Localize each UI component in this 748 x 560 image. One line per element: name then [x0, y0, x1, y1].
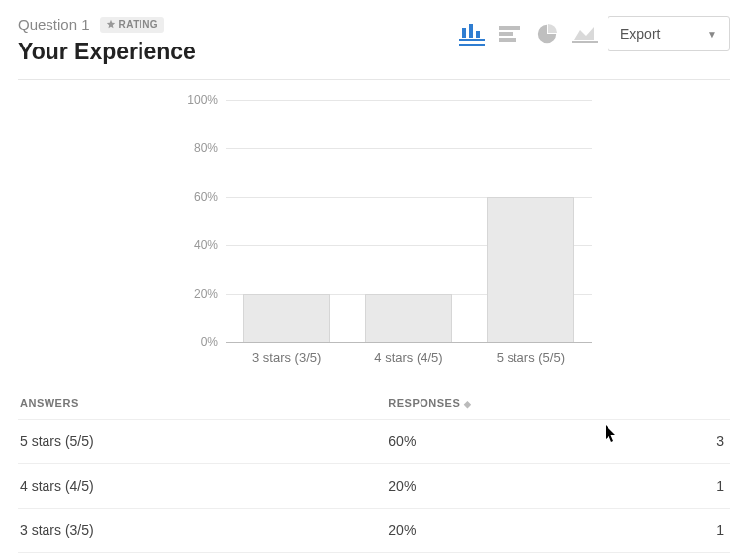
- percent-cell: 60%: [388, 433, 586, 449]
- svg-rect-1: [462, 28, 466, 38]
- col-answers-header[interactable]: ANSWERS: [20, 397, 388, 409]
- pie-chart-icon[interactable]: [536, 23, 558, 45]
- y-tick-label: 0%: [166, 335, 218, 349]
- x-tick-label: 4 stars (4/5): [359, 350, 458, 365]
- question-title: Your Experience: [18, 39, 196, 65]
- y-tick-label: 80%: [166, 141, 218, 155]
- y-tick-label: 60%: [166, 190, 218, 204]
- bar-chart: 0%20%40%60%80%100% 3 stars (3/5)4 stars …: [166, 100, 592, 365]
- count-cell: 3: [587, 433, 728, 449]
- question-header: Question 1 RATING Your Experience: [18, 16, 730, 80]
- svg-rect-7: [572, 41, 598, 43]
- header-left: Question 1 RATING Your Experience: [18, 16, 196, 65]
- bar: [365, 294, 452, 342]
- results-table: ANSWERS RESPONSES◆ 5 stars (5/5)60%34 st…: [18, 387, 730, 553]
- percent-cell: 20%: [388, 522, 586, 538]
- chart-plot-area: 0%20%40%60%80%100%: [166, 100, 592, 342]
- y-tick-label: 20%: [166, 287, 218, 301]
- export-button[interactable]: Export ▼: [608, 16, 730, 51]
- x-tick-label: 3 stars (3/5): [237, 350, 336, 365]
- svg-rect-4: [499, 26, 520, 30]
- answer-cell: 4 stars (4/5): [20, 478, 388, 494]
- table-row: 5 stars (5/5)60%3: [18, 420, 730, 464]
- header-right: Export ▼: [459, 16, 730, 51]
- x-tick-label: 5 stars (5/5): [481, 350, 580, 365]
- percent-cell: 20%: [388, 478, 586, 494]
- bar: [243, 294, 330, 342]
- table-body: 5 stars (5/5)60%34 stars (4/5)20%13 star…: [18, 420, 730, 553]
- star-icon: [106, 19, 116, 31]
- table-header: ANSWERS RESPONSES◆: [18, 387, 730, 420]
- horizontal-bar-icon[interactable]: [499, 24, 522, 44]
- grid-line: [226, 342, 592, 343]
- count-cell: 1: [587, 478, 728, 494]
- question-number: Question 1: [18, 16, 90, 33]
- col-responses-header[interactable]: RESPONSES◆: [388, 397, 586, 409]
- svg-rect-6: [499, 38, 516, 42]
- bar-chart-icon[interactable]: [459, 22, 485, 46]
- area-chart-icon[interactable]: [572, 24, 598, 44]
- svg-rect-5: [499, 32, 513, 36]
- svg-rect-0: [459, 39, 485, 41]
- answer-cell: 5 stars (5/5): [20, 433, 388, 449]
- chart-x-axis: 3 stars (3/5)4 stars (4/5)5 stars (5/5): [226, 342, 592, 365]
- bar: [487, 197, 574, 342]
- bars-group: [226, 100, 592, 342]
- table-row: 3 stars (3/5)20%1: [18, 509, 730, 553]
- badge-label: RATING: [119, 19, 159, 30]
- svg-rect-2: [469, 24, 473, 38]
- export-label: Export: [620, 26, 660, 42]
- svg-rect-3: [476, 31, 480, 38]
- chevron-down-icon: ▼: [707, 29, 717, 40]
- chart-type-toggle: [459, 22, 598, 46]
- question-meta-row: Question 1 RATING: [18, 16, 196, 33]
- y-tick-label: 40%: [166, 238, 218, 252]
- table-row: 4 stars (4/5)20%1: [18, 464, 730, 509]
- sort-icon: ◆: [464, 399, 472, 409]
- answer-cell: 3 stars (3/5): [20, 522, 388, 538]
- count-cell: 1: [587, 522, 728, 538]
- y-tick-label: 100%: [166, 93, 218, 107]
- question-type-badge: RATING: [100, 17, 165, 33]
